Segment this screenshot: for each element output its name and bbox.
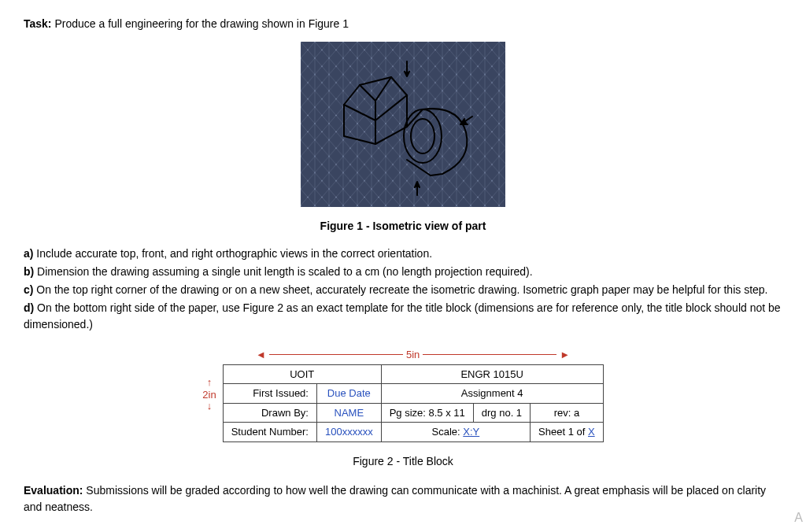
instr-c-text: On the top right corner of the drawing o… bbox=[36, 283, 767, 296]
corner-marker: A bbox=[794, 508, 803, 527]
evaluation-line: Evaluation: Submissions will be graded a… bbox=[24, 482, 782, 515]
figure2-caption: Figure 2 - Title Block bbox=[24, 453, 782, 470]
tb-drgno: drg no. 1 bbox=[473, 403, 530, 423]
dim-width: 5in bbox=[406, 347, 420, 363]
tb-due-date: Due Date bbox=[316, 384, 381, 404]
instr-b-text: Dimension the drawing assuming a single … bbox=[37, 265, 533, 278]
eval-label: Evaluation: bbox=[24, 484, 83, 497]
instruction-d: d) On the bottom right side of the paper… bbox=[24, 300, 782, 333]
instruction-a: a) Include accurate top, front, and righ… bbox=[24, 246, 782, 262]
tb-student-num-label: Student Number: bbox=[223, 423, 316, 442]
title-block-region: ↑ 2in ↓ ◄ 5in ► UOIT ENGR 1015U First Is… bbox=[24, 347, 782, 442]
instr-d-text: On the bottom right side of the paper, u… bbox=[24, 301, 781, 331]
figure1-caption: Figure 1 - Isometric view of part bbox=[24, 218, 782, 235]
tb-name: NAME bbox=[316, 403, 381, 423]
tb-course: ENGR 1015U bbox=[381, 364, 603, 384]
tb-assignment: Assignment 4 bbox=[381, 384, 603, 404]
tb-scale-value: X:Y bbox=[463, 426, 479, 438]
instruction-b: b) Dimension the drawing assuming a sing… bbox=[24, 264, 782, 280]
instr-b-label: b) bbox=[24, 265, 34, 278]
tb-uoit: UOIT bbox=[223, 364, 381, 384]
tb-sheet-value: X bbox=[588, 426, 595, 438]
task-line: Task: Produce a full engineering for the… bbox=[24, 16, 782, 32]
instr-c-label: c) bbox=[24, 283, 33, 296]
dim-vertical: ↑ 2in ↓ bbox=[202, 379, 216, 410]
instr-a-text: Include accurate top, front, and right o… bbox=[36, 247, 432, 260]
eval-text: Submissions will be graded according to … bbox=[24, 484, 766, 513]
instr-d-label: d) bbox=[24, 301, 34, 314]
dim-horizontal: ◄ 5in ► bbox=[256, 347, 570, 363]
task-label: Task: bbox=[24, 17, 52, 30]
figure1-container bbox=[24, 42, 782, 212]
tb-first-issued-label: First Issued: bbox=[223, 384, 316, 404]
instruction-c: c) On the top right corner of the drawin… bbox=[24, 282, 782, 298]
instr-a-label: a) bbox=[24, 247, 33, 260]
arrow-right-icon: ► bbox=[560, 347, 570, 363]
tb-pgsize: Pg size: 8.5 x 11 bbox=[381, 403, 473, 423]
tb-drawn-by-label: Drawn By: bbox=[223, 403, 316, 423]
title-block-table: UOIT ENGR 1015U First Issued: Due Date A… bbox=[223, 364, 604, 442]
tb-scale-cell: Scale: X:Y bbox=[381, 423, 530, 442]
svg-rect-6 bbox=[301, 42, 505, 207]
task-text: Produce a full engineering for the drawi… bbox=[54, 17, 349, 30]
isometric-drawing-image bbox=[301, 42, 505, 207]
tb-sheet-prefix: Sheet 1 of bbox=[538, 426, 588, 438]
tb-scale-label: Scale: bbox=[432, 426, 464, 438]
arrow-up-icon: ↑ bbox=[207, 379, 213, 386]
arrow-down-icon: ↓ bbox=[207, 402, 213, 410]
tb-sheet-cell: Sheet 1 of X bbox=[531, 423, 604, 442]
arrow-left-icon: ◄ bbox=[256, 347, 266, 363]
tb-student-num: 100xxxxxx bbox=[316, 423, 381, 442]
tb-rev: rev: a bbox=[531, 403, 604, 423]
